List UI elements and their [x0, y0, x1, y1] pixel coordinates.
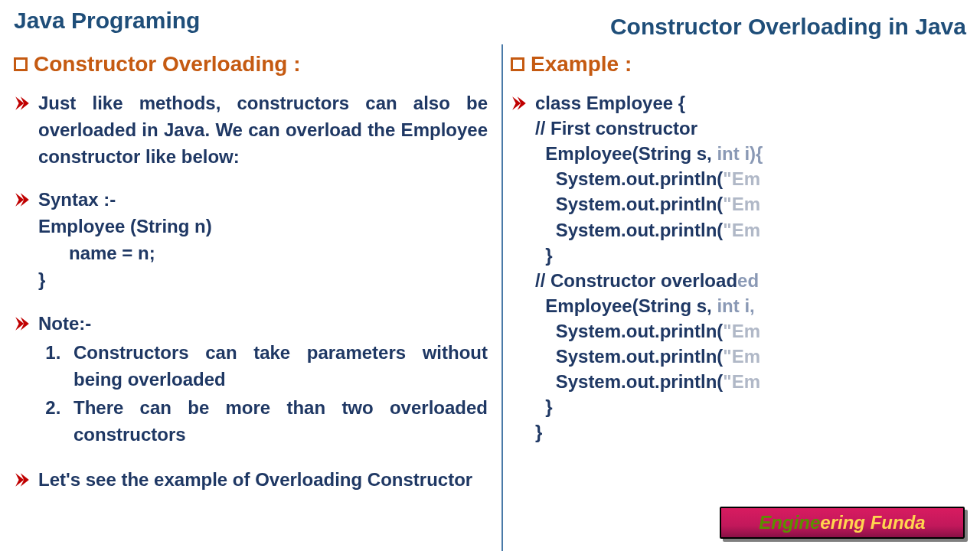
section-title-left: Constructor Overloading :: [14, 52, 488, 77]
section-title-right-text: Example :: [531, 52, 632, 77]
footer-badge: Engineering Funda: [720, 507, 965, 539]
syntax-label: Syntax :-: [38, 187, 488, 214]
note-block: Note:- Constructors can take parameters …: [38, 311, 488, 450]
chevron-right-icon: [14, 191, 31, 208]
code-line: System.out.println("Em: [535, 220, 760, 240]
list-item: Syntax :- Employee (String n) name = n; …: [14, 187, 488, 293]
code-line: }: [535, 396, 553, 417]
note-list: Constructors can take parameters without…: [66, 340, 488, 448]
square-bullet-icon: [511, 57, 524, 71]
right-column: Example : class Employee { // First cons…: [501, 44, 980, 551]
left-column: Constructor Overloading : Just like meth…: [0, 44, 501, 551]
chevron-right-icon: [511, 95, 528, 112]
page-title-right: Constructor Overloading in Java: [610, 14, 966, 40]
list-item: Just like methods, constructors can also…: [14, 90, 488, 170]
code-block: class Employee { // First constructor Em…: [535, 90, 763, 445]
chevron-right-icon: [14, 95, 31, 112]
page-title-left: Java Programing: [14, 8, 200, 34]
paragraph-intro: Just like methods, constructors can also…: [38, 90, 488, 170]
paragraph-footer: Let's see the example of Overloading Con…: [38, 467, 488, 494]
square-bullet-icon: [14, 57, 28, 71]
code-line: System.out.println("Em: [535, 346, 760, 367]
code-line: }: [535, 422, 542, 442]
footer-text-part1: Engine: [759, 512, 820, 533]
code-area: class Employee { // First constructor Em…: [535, 90, 763, 445]
list-item: Let's see the example of Overloading Con…: [14, 467, 488, 494]
syntax-line: Employee (String n): [38, 214, 488, 240]
code-line: Employee(String s, int i){: [535, 143, 763, 164]
section-title-left-text: Constructor Overloading :: [34, 52, 300, 77]
code-line: Employee(String s, int i,: [535, 295, 755, 316]
note-item: There can be more than two overloaded co…: [66, 395, 488, 448]
code-line: System.out.println("Em: [535, 194, 760, 214]
code-line: // Constructor overloaded: [535, 270, 759, 291]
code-line: class Employee {: [535, 93, 685, 113]
syntax-line: }: [38, 267, 488, 294]
list-item: Note:- Constructors can take parameters …: [14, 311, 488, 450]
note-label: Note:-: [38, 311, 488, 337]
syntax-line: name = n;: [38, 240, 488, 267]
syntax-block: Syntax :- Employee (String n) name = n; …: [38, 187, 488, 293]
footer-text-part2: ering Funda: [820, 512, 925, 533]
note-item: Constructors can take parameters without…: [66, 340, 488, 393]
chevron-right-icon: [14, 315, 31, 332]
code-line: // First constructor: [535, 118, 697, 139]
chevron-right-icon: [14, 471, 31, 488]
code-line: System.out.println("Em: [535, 168, 760, 189]
content-area: Constructor Overloading : Just like meth…: [0, 44, 980, 551]
list-item: class Employee { // First constructor Em…: [511, 90, 966, 445]
code-line: }: [535, 245, 553, 266]
section-title-right: Example :: [511, 52, 966, 77]
code-line: System.out.println("Em: [535, 371, 760, 392]
code-line: System.out.println("Em: [535, 321, 760, 341]
